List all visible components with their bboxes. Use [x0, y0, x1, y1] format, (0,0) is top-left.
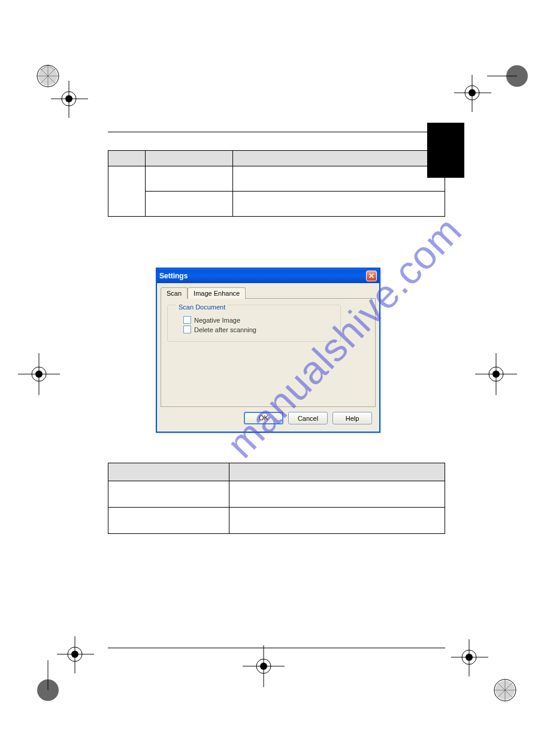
table-row: [108, 192, 445, 217]
page-top-rule: [108, 132, 445, 132]
svg-point-45: [466, 654, 473, 661]
svg-point-7: [38, 66, 58, 86]
checkbox-delete-after-scanning[interactable]: [183, 326, 191, 333]
scan-document-group: Scan Document Negative Image Delete afte…: [167, 305, 341, 342]
svg-point-25: [492, 371, 500, 378]
checkbox-negative-image-label: Negative Image: [194, 317, 240, 324]
svg-point-12: [506, 65, 528, 87]
svg-line-4: [40, 68, 56, 84]
table-row: [108, 481, 445, 508]
cropmark-mid-left: [15, 350, 63, 398]
cropmark-top-right-inner: [454, 75, 502, 123]
settings-dialog: Settings ✕ Scan Image Enhance Scan Docum…: [156, 268, 380, 433]
cropmark-top-left: [30, 63, 78, 111]
svg-point-32: [68, 647, 82, 661]
svg-line-40: [497, 682, 513, 698]
cropmark-top-right: [481, 63, 529, 111]
svg-point-22: [489, 367, 503, 381]
ok-button[interactable]: OK: [244, 412, 283, 424]
page-content: Settings ✕ Scan Image Enhance Scan Docum…: [108, 123, 445, 648]
cropmark-mid-bottom: [240, 642, 288, 690]
checkbox-negative-image-row: Negative Image: [183, 316, 332, 324]
cropmark-bottom-right-inner: [451, 639, 499, 687]
thumb-tab: [427, 123, 464, 178]
cancel-button[interactable]: Cancel: [288, 412, 328, 424]
table-row: [108, 166, 445, 192]
svg-point-0: [37, 65, 59, 87]
svg-point-8: [62, 92, 76, 106]
cropmark-mid-right: [472, 350, 520, 398]
dialog-button-row: OK Cancel Help: [161, 407, 376, 428]
svg-point-21: [35, 371, 43, 378]
dialog-body: Scan Image Enhance Scan Document Negativ…: [157, 283, 379, 432]
tab-panel-scan: Scan Document Negative Image Delete afte…: [161, 298, 376, 407]
svg-point-18: [32, 367, 46, 381]
svg-point-41: [495, 681, 515, 700]
help-button[interactable]: Help: [333, 412, 372, 424]
tab-strip: Scan Image Enhance: [161, 287, 376, 298]
tab-image-enhance[interactable]: Image Enhance: [188, 287, 246, 299]
svg-point-29: [260, 663, 267, 670]
checkbox-delete-after-label: Delete after scanning: [194, 326, 256, 333]
svg-point-30: [37, 679, 59, 701]
svg-line-3: [40, 68, 56, 84]
checkbox-delete-after-row: Delete after scanning: [183, 326, 332, 333]
cropmark-bottom-left-inner: [57, 636, 105, 684]
svg-point-14: [465, 86, 479, 100]
svg-point-42: [462, 650, 476, 664]
settings-table-2: [108, 463, 445, 534]
close-icon: ✕: [368, 272, 374, 280]
dialog-titlebar: Settings ✕: [157, 269, 379, 283]
svg-point-26: [256, 659, 271, 673]
svg-line-5: [41, 65, 48, 70]
settings-table-1: [108, 150, 445, 217]
group-legend: Scan Document: [176, 303, 228, 311]
cropmark-bottom-right: [472, 657, 520, 705]
tab-scan[interactable]: Scan: [161, 287, 188, 299]
svg-line-39: [497, 682, 513, 698]
page-bottom-rule: [108, 648, 445, 648]
close-button[interactable]: ✕: [366, 271, 377, 281]
table-row: [108, 508, 445, 534]
svg-point-35: [71, 651, 78, 658]
svg-point-36: [494, 679, 516, 701]
cropmark-bottom-left: [35, 657, 83, 705]
checkbox-negative-image[interactable]: [183, 316, 191, 324]
svg-line-6: [48, 65, 55, 70]
svg-point-11: [65, 95, 72, 102]
svg-point-17: [468, 89, 476, 96]
dialog-title: Settings: [159, 272, 188, 280]
cropmark-top-left-inner: [51, 81, 99, 129]
